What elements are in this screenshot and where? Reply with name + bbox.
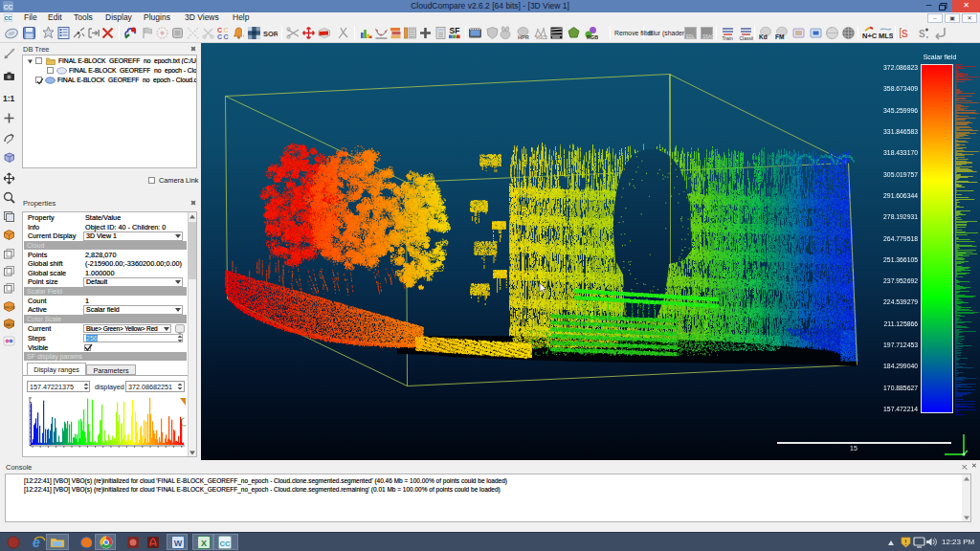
svg-text:X: X: [201, 539, 207, 548]
svg-text:1:1: 1:1: [3, 94, 15, 103]
svg-text:SOR: SOR: [263, 30, 278, 38]
svg-text:BACK: BACK: [6, 323, 15, 327]
svg-text:RGB: RGB: [587, 34, 598, 40]
svg-text:HPR: HPR: [518, 34, 529, 40]
svg-text:SSAO: SSAO: [702, 34, 714, 39]
svg-text:FRONT: FRONT: [5, 306, 15, 310]
svg-text:MLS: MLS: [879, 32, 893, 40]
svg-text:N+C: N+C: [862, 32, 877, 40]
svg-text:CC: CC: [4, 4, 13, 11]
svg-text:M3C2: M3C2: [536, 35, 547, 40]
svg-text:Kd: Kd: [759, 33, 768, 40]
svg-text:C: C: [224, 33, 229, 40]
svg-text:W: W: [174, 539, 183, 548]
svg-text:S: S: [902, 29, 908, 39]
svg-text:SF: SF: [450, 26, 460, 35]
svg-text:Train: Train: [723, 35, 733, 41]
svg-text:C: C: [217, 33, 222, 40]
svg-text:EDL: EDL: [686, 34, 695, 39]
svg-text:CC: CC: [5, 15, 12, 21]
svg-text:CC: CC: [220, 540, 231, 548]
svg-text:FM: FM: [775, 33, 784, 40]
svg-text:S: S: [919, 29, 925, 39]
svg-text:C: C: [217, 27, 222, 33]
svg-text:Classify: Classify: [740, 35, 754, 41]
svg-text:C: C: [224, 27, 229, 33]
